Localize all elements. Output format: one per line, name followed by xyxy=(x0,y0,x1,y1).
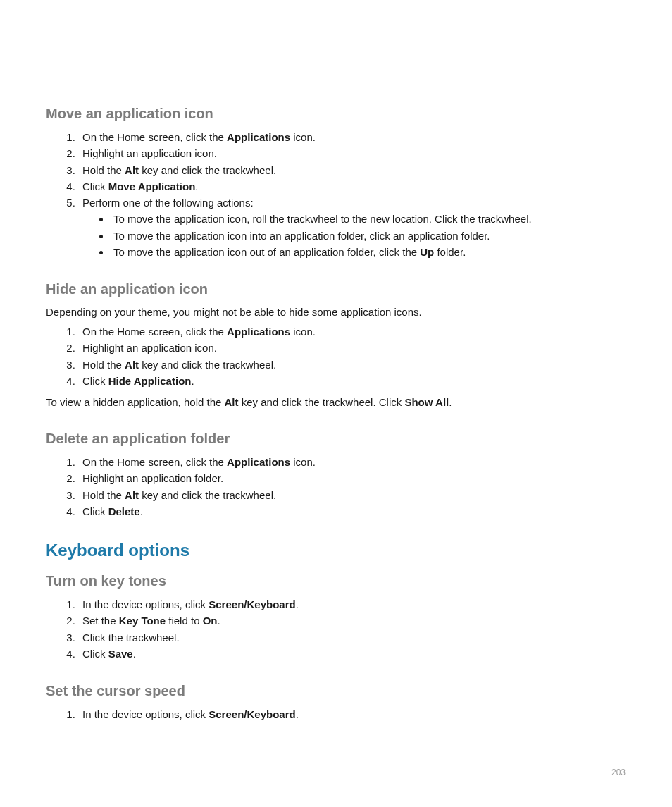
ordered-list: On the Home screen, click the Applicatio… xyxy=(46,129,626,260)
text: Click xyxy=(82,648,108,660)
list-item: In the device options, click Screen/Keyb… xyxy=(78,596,626,612)
list-item: Highlight an application icon. xyxy=(78,340,626,356)
section-heading: Set the cursor speed xyxy=(46,683,626,699)
text: Hold the xyxy=(82,489,125,501)
text: To move the application icon out of an a… xyxy=(113,246,420,258)
ordered-list: On the Home screen, click the Applicatio… xyxy=(46,324,626,389)
bold-text: Screen/Keyboard xyxy=(209,708,295,720)
text: . xyxy=(191,375,194,387)
intro-paragraph: Depending on your theme, you might not b… xyxy=(46,304,626,319)
ordered-list: In the device options, click Screen/Keyb… xyxy=(46,706,626,722)
bold-text: Alt xyxy=(125,359,139,371)
bold-text: Move Application xyxy=(108,180,196,192)
text: Click xyxy=(82,375,108,387)
text: folder. xyxy=(434,246,466,258)
text: Click xyxy=(82,505,108,517)
text: Click xyxy=(82,180,108,192)
bold-text: Key Tone xyxy=(119,615,166,627)
list-item: Click Move Application. xyxy=(78,178,626,195)
bold-text: Applications xyxy=(227,131,290,143)
bold-text: Alt xyxy=(125,489,139,501)
section-move-application-icon: Move an application icon On the Home scr… xyxy=(46,106,626,260)
text: On the Home screen, click the xyxy=(82,326,227,338)
text: icon. xyxy=(290,456,316,468)
outro-paragraph: To view a hidden application, hold the A… xyxy=(46,395,626,409)
section-heading: Hide an application icon xyxy=(46,281,626,297)
list-item: Hold the Alt key and click the trackwhee… xyxy=(78,162,626,178)
text: Hold the xyxy=(82,359,125,371)
text: icon. xyxy=(290,326,316,338)
bold-text: Save xyxy=(108,648,133,660)
list-item: Highlight an application icon. xyxy=(78,145,626,161)
bold-text: Delete xyxy=(108,505,140,517)
list-item: Set the Key Tone field to On. xyxy=(78,612,626,629)
list-item: Hold the Alt key and click the trackwhee… xyxy=(78,357,626,373)
list-item: On the Home screen, click the Applicatio… xyxy=(78,129,626,145)
text: Hold the xyxy=(82,164,125,176)
list-item: On the Home screen, click the Applicatio… xyxy=(78,324,626,340)
list-item: To move the application icon out of an a… xyxy=(111,244,626,260)
section-hide-application-icon: Hide an application icon Depending on yo… xyxy=(46,281,626,409)
bold-text: Alt xyxy=(125,164,139,176)
section-delete-application-folder: Delete an application folder On the Home… xyxy=(46,431,626,519)
section-heading: Move an application icon xyxy=(46,106,626,122)
ordered-list: In the device options, click Screen/Keyb… xyxy=(46,596,626,662)
text: . xyxy=(296,708,299,720)
list-item: Click the trackwheel. xyxy=(78,629,626,646)
text: key and click the trackwheel. Click xyxy=(239,396,405,408)
text: . xyxy=(217,615,220,627)
text: On the Home screen, click the xyxy=(82,456,227,468)
bold-text: Applications xyxy=(227,326,290,338)
list-item: Click Hide Application. xyxy=(78,373,626,389)
text: key and click the trackwheel. xyxy=(139,359,276,371)
list-item: In the device options, click Screen/Keyb… xyxy=(78,706,626,722)
text: To view a hidden application, hold the xyxy=(46,396,225,408)
list-item: Click Save. xyxy=(78,646,626,662)
list-item: To move the application icon into an app… xyxy=(111,228,626,244)
ordered-list: On the Home screen, click the Applicatio… xyxy=(46,454,626,519)
sub-list: To move the application icon, roll the t… xyxy=(82,211,626,260)
text: In the device options, click xyxy=(82,598,209,610)
list-item: Hold the Alt key and click the trackwhee… xyxy=(78,487,626,503)
text: On the Home screen, click the xyxy=(82,131,227,143)
bold-text: Alt xyxy=(225,396,239,408)
bold-text: Hide Application xyxy=(108,375,192,387)
section-set-cursor-speed: Set the cursor speed In the device optio… xyxy=(46,683,626,722)
list-item: Highlight an application folder. xyxy=(78,470,626,486)
text: . xyxy=(140,505,143,517)
text: key and click the trackwheel. xyxy=(139,164,276,176)
list-item: Click Delete. xyxy=(78,503,626,519)
list-item: To move the application icon, roll the t… xyxy=(111,211,626,227)
list-item: On the Home screen, click the Applicatio… xyxy=(78,454,626,470)
bold-text: Screen/Keyboard xyxy=(209,598,295,610)
text: . xyxy=(195,180,198,192)
text: icon. xyxy=(290,131,316,143)
bold-text: Show All xyxy=(404,396,449,408)
section-heading: Turn on key tones xyxy=(46,573,626,589)
text: Set the xyxy=(82,615,119,627)
bold-text: On xyxy=(203,615,218,627)
text: In the device options, click xyxy=(82,708,209,720)
text: field to xyxy=(166,615,203,627)
text: . xyxy=(449,396,452,408)
bold-text: Applications xyxy=(227,456,290,468)
page-content: Move an application icon On the Home scr… xyxy=(46,106,626,744)
list-item: Perform one of the following actions: To… xyxy=(78,195,626,260)
text: . xyxy=(296,598,299,610)
section-turn-on-key-tones: Turn on key tones In the device options,… xyxy=(46,573,626,662)
text: . xyxy=(133,648,136,660)
text: key and click the trackwheel. xyxy=(139,489,276,501)
main-heading-keyboard-options: Keyboard options xyxy=(46,541,626,560)
bold-text: Up xyxy=(420,246,434,258)
section-heading: Delete an application folder xyxy=(46,431,626,447)
text: Perform one of the following actions: xyxy=(82,197,254,209)
page-number: 203 xyxy=(611,768,626,777)
